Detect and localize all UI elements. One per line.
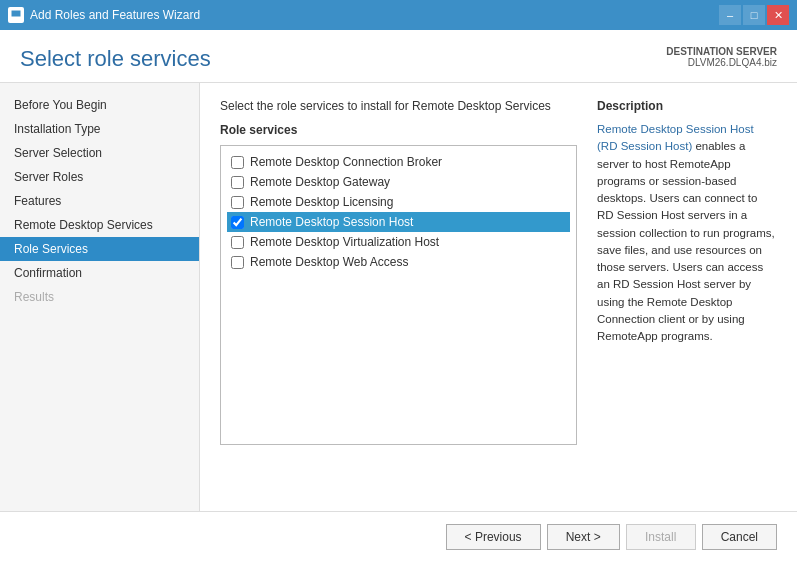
role-services-label: Role services — [220, 123, 577, 137]
left-panel: Select the role services to install for … — [220, 99, 577, 495]
previous-button[interactable]: < Previous — [446, 524, 541, 550]
sidebar-item-installation-type[interactable]: Installation Type — [0, 117, 199, 141]
main-content: Select the role services to install for … — [200, 83, 797, 511]
service-item-licensing[interactable]: Remote Desktop Licensing — [227, 192, 570, 212]
service-label-connection-broker: Remote Desktop Connection Broker — [250, 155, 442, 169]
sidebar-item-server-roles[interactable]: Server Roles — [0, 165, 199, 189]
checkbox-gateway[interactable] — [231, 176, 244, 189]
minimize-button[interactable]: – — [719, 5, 741, 25]
window-title: Add Roles and Features Wizard — [30, 8, 200, 22]
title-bar-left: Add Roles and Features Wizard — [8, 7, 200, 23]
destination-server-info: DESTINATION SERVER DLVM26.DLQA4.biz — [666, 46, 777, 68]
destination-label: DESTINATION SERVER — [666, 46, 777, 57]
wizard-icon — [8, 7, 24, 23]
description-body: enables a server to host RemoteApp progr… — [597, 140, 775, 342]
checkbox-web-access[interactable] — [231, 256, 244, 269]
sidebar-item-server-selection[interactable]: Server Selection — [0, 141, 199, 165]
sidebar: Before You Begin Installation Type Serve… — [0, 83, 200, 511]
title-bar: Add Roles and Features Wizard – □ ✕ — [0, 0, 797, 30]
sidebar-item-features[interactable]: Features — [0, 189, 199, 213]
service-label-virtualization-host: Remote Desktop Virtualization Host — [250, 235, 439, 249]
sidebar-item-role-services[interactable]: Role Services — [0, 237, 199, 261]
sidebar-item-before-you-begin[interactable]: Before You Begin — [0, 93, 199, 117]
description-text: Remote Desktop Session Host (RD Session … — [597, 121, 777, 345]
service-label-web-access: Remote Desktop Web Access — [250, 255, 409, 269]
install-button[interactable]: Install — [626, 524, 696, 550]
svg-rect-1 — [11, 18, 21, 20]
service-item-web-access[interactable]: Remote Desktop Web Access — [227, 252, 570, 272]
checkbox-session-host[interactable] — [231, 216, 244, 229]
svg-rect-0 — [11, 10, 21, 17]
description-label: Description — [597, 99, 777, 113]
service-item-connection-broker[interactable]: Remote Desktop Connection Broker — [227, 152, 570, 172]
service-item-session-host[interactable]: Remote Desktop Session Host — [227, 212, 570, 232]
service-label-licensing: Remote Desktop Licensing — [250, 195, 393, 209]
server-name: DLVM26.DLQA4.biz — [666, 57, 777, 68]
service-label-gateway: Remote Desktop Gateway — [250, 175, 390, 189]
checkbox-connection-broker[interactable] — [231, 156, 244, 169]
cancel-button[interactable]: Cancel — [702, 524, 777, 550]
description-panel: Description Remote Desktop Session Host … — [597, 99, 777, 495]
maximize-button[interactable]: □ — [743, 5, 765, 25]
close-button[interactable]: ✕ — [767, 5, 789, 25]
checkbox-licensing[interactable] — [231, 196, 244, 209]
instruction-text: Select the role services to install for … — [220, 99, 577, 113]
header-area: Select role services DESTINATION SERVER … — [0, 30, 797, 83]
window-body: Select role services DESTINATION SERVER … — [0, 30, 797, 561]
sidebar-item-results: Results — [0, 285, 199, 309]
footer: < Previous Next > Install Cancel — [0, 511, 797, 561]
service-label-session-host: Remote Desktop Session Host — [250, 215, 413, 229]
service-item-gateway[interactable]: Remote Desktop Gateway — [227, 172, 570, 192]
checkbox-virtualization-host[interactable] — [231, 236, 244, 249]
page-title: Select role services — [20, 46, 211, 72]
window-controls: – □ ✕ — [719, 5, 789, 25]
next-button[interactable]: Next > — [547, 524, 620, 550]
services-box: Remote Desktop Connection Broker Remote … — [220, 145, 577, 445]
sidebar-item-confirmation[interactable]: Confirmation — [0, 261, 199, 285]
sidebar-item-remote-desktop-services[interactable]: Remote Desktop Services — [0, 213, 199, 237]
content-area: Before You Begin Installation Type Serve… — [0, 83, 797, 511]
service-item-virtualization-host[interactable]: Remote Desktop Virtualization Host — [227, 232, 570, 252]
